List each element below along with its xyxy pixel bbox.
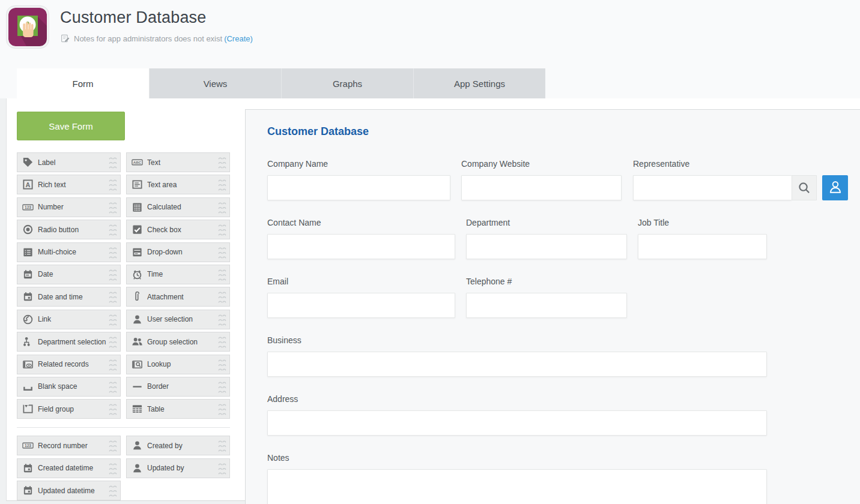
save-form-button[interactable]: Save Form <box>17 112 125 140</box>
company-name-input[interactable] <box>267 175 450 200</box>
job-title-input[interactable] <box>638 234 767 259</box>
representative-input[interactable] <box>633 175 792 200</box>
palette-item-time[interactable]: Time <box>126 265 230 284</box>
palette-item-check-box[interactable]: Check box <box>126 220 230 239</box>
palette-item-user-selection[interactable]: User selection <box>126 310 230 329</box>
palette-item-department-selection[interactable]: Department selection <box>17 332 121 352</box>
drag-handle-icon[interactable] <box>109 312 117 327</box>
drag-handle-icon[interactable] <box>109 334 117 349</box>
svg-text:A: A <box>25 181 30 188</box>
palette-item-lookup[interactable]: Lookup <box>126 355 230 374</box>
drag-handle-icon[interactable] <box>218 289 226 304</box>
drag-handle-icon[interactable] <box>218 312 226 327</box>
contact-name-field[interactable]: Contact Name <box>267 217 455 259</box>
contact-name-input[interactable] <box>267 234 455 259</box>
palette-item-number[interactable]: 123Number <box>17 197 121 217</box>
drag-handle-icon[interactable] <box>109 200 117 215</box>
palette-item-blank-space[interactable]: Blank space <box>17 377 121 397</box>
search-icon[interactable] <box>792 175 817 200</box>
drag-handle-icon[interactable] <box>109 289 117 304</box>
palette-item-created-by[interactable]: Created by <box>126 436 230 455</box>
representative-field[interactable]: Representative <box>633 158 848 200</box>
drag-handle-icon[interactable] <box>109 155 117 170</box>
notes-field[interactable]: Notes <box>267 452 767 504</box>
palette-item-label: Date <box>38 270 109 278</box>
drag-handle-icon[interactable] <box>218 379 226 394</box>
drag-handle-icon[interactable] <box>109 177 117 192</box>
drag-handle-icon[interactable] <box>218 461 226 476</box>
palette-item-text[interactable]: ABCText <box>126 152 230 172</box>
drag-handle-icon[interactable] <box>218 267 226 282</box>
drag-handle-icon[interactable] <box>218 155 226 170</box>
palette-item-rich-text[interactable]: ARich text <box>17 175 121 194</box>
palette-item-label: Blank space <box>38 382 109 391</box>
department-input[interactable] <box>466 234 627 259</box>
email-input[interactable] <box>267 293 455 318</box>
palette-item-updated-datetime[interactable]: Updated datetime <box>17 481 121 500</box>
palette-item-label: Table <box>147 405 218 413</box>
tab-form[interactable]: Form <box>17 68 149 98</box>
drag-handle-icon[interactable] <box>218 334 226 349</box>
palette-item-date-and-time[interactable]: Date and time <box>17 287 121 307</box>
palette-item-multi-choice[interactable]: Multi-choice <box>17 242 121 262</box>
company-website-input[interactable] <box>461 175 622 200</box>
palette-item-label: Updated datetime <box>38 487 109 495</box>
palette-item-record-number[interactable]: 123Record number <box>17 436 121 455</box>
palette-item-calculated[interactable]: Calculated <box>126 197 230 217</box>
palette-item-field-group[interactable]: Field group <box>17 399 121 419</box>
drag-handle-icon[interactable] <box>218 357 226 372</box>
job-title-field[interactable]: Job Title <box>638 217 767 259</box>
drag-handle-icon[interactable] <box>218 438 226 453</box>
palette-item-border[interactable]: Border <box>126 377 230 397</box>
palette-item-related-records[interactable]: Related records <box>17 355 121 374</box>
drag-handle-icon[interactable] <box>109 379 117 394</box>
company-name-field[interactable]: Company Name <box>267 158 450 200</box>
palette-item-date[interactable]: Date <box>17 265 121 284</box>
address-field[interactable]: Address <box>267 393 767 436</box>
drag-handle-icon[interactable] <box>109 222 117 237</box>
palette-item-table[interactable]: Table <box>126 399 230 419</box>
drag-handle-icon[interactable] <box>109 483 117 498</box>
company-name-label: Company Name <box>267 158 450 170</box>
address-input[interactable] <box>267 410 767 436</box>
tab-graphs[interactable]: Graphs <box>281 68 413 98</box>
drag-handle-icon[interactable] <box>218 200 226 215</box>
drag-handle-icon[interactable] <box>218 222 226 237</box>
tab-views[interactable]: Views <box>149 68 281 98</box>
related-records-icon <box>22 358 34 370</box>
drag-handle-icon[interactable] <box>109 461 117 476</box>
drag-handle-icon[interactable] <box>109 357 117 372</box>
palette-item-link[interactable]: Link <box>17 310 121 329</box>
notes-input[interactable] <box>267 469 767 504</box>
drag-handle-icon[interactable] <box>109 438 117 453</box>
palette-item-updated-by[interactable]: Updated by <box>126 458 230 478</box>
rich-text-icon: A <box>22 179 34 191</box>
company-website-field[interactable]: Company Website <box>461 158 622 200</box>
drag-handle-icon[interactable] <box>218 177 226 192</box>
app-icon[interactable] <box>6 5 49 49</box>
drag-handle-icon[interactable] <box>109 267 117 282</box>
palette-item-drop-down[interactable]: Drop-down <box>126 242 230 262</box>
select-user-button[interactable] <box>822 175 848 200</box>
palette-item-label[interactable]: Label <box>17 152 121 172</box>
drag-handle-icon[interactable] <box>109 245 117 260</box>
palette-item-created-datetime[interactable]: Created datetime <box>17 458 121 478</box>
telephone-input[interactable] <box>466 293 627 318</box>
user-selection-icon <box>131 313 143 325</box>
drag-handle-icon[interactable] <box>218 245 226 260</box>
business-input[interactable] <box>267 352 767 377</box>
department-field[interactable]: Department <box>466 217 627 259</box>
create-note-link[interactable]: (Create) <box>224 34 253 43</box>
drag-handle-icon[interactable] <box>109 401 117 416</box>
palette-item-attachment[interactable]: Attachment <box>126 287 230 307</box>
palette-item-label: Check box <box>147 226 218 234</box>
palette-item-radio-button[interactable]: Radio button <box>17 220 121 239</box>
email-field[interactable]: Email <box>267 275 455 318</box>
business-field[interactable]: Business <box>267 334 767 377</box>
palette-item-label: Link <box>38 315 109 323</box>
telephone-field[interactable]: Telephone # <box>466 275 627 318</box>
palette-item-group-selection[interactable]: Group selection <box>126 332 230 352</box>
drag-handle-icon[interactable] <box>218 401 226 416</box>
tab-app-settings[interactable]: App Settings <box>413 68 545 98</box>
palette-item-text-area[interactable]: Text area <box>126 175 230 194</box>
